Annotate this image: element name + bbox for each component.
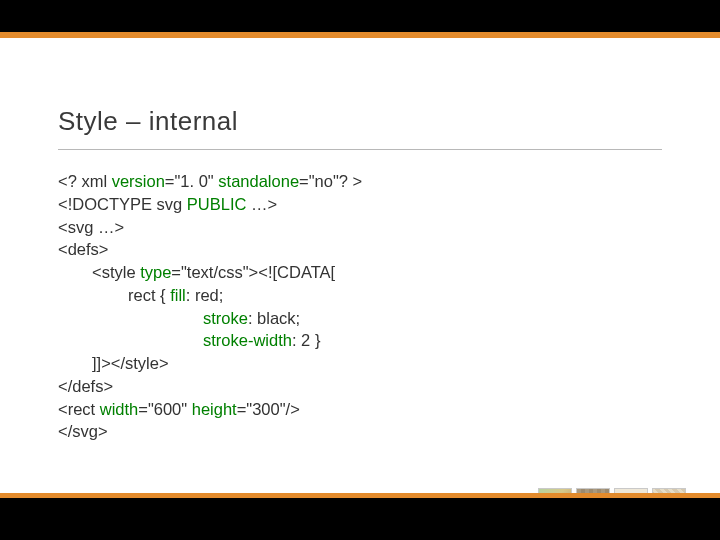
code-line: <defs>: [58, 238, 362, 261]
code-attr: type: [140, 263, 171, 281]
code-text: ="text/css"><![CDATA[: [171, 263, 335, 281]
code-attr: height: [192, 400, 237, 418]
code-line: stroke-width: 2 }: [58, 329, 362, 352]
code-block: <? xml version="1. 0" standalone="no"? >…: [58, 170, 362, 443]
code-line: <rect width="600" height="300"/>: [58, 398, 362, 421]
code-text: …>: [246, 195, 277, 213]
code-text: <? xml: [58, 172, 112, 190]
code-line: rect { fill: red;: [58, 284, 362, 307]
code-text: : 2 }: [292, 331, 320, 349]
code-prop: fill: [170, 286, 186, 304]
code-line: <svg …>: [58, 216, 362, 239]
code-attr: width: [100, 400, 139, 418]
code-text: <rect: [58, 400, 100, 418]
code-line: </defs>: [58, 375, 362, 398]
code-line: ]]></style>: [58, 352, 362, 375]
code-text: ="300"/>: [237, 400, 300, 418]
code-text: rect {: [128, 286, 170, 304]
code-text: <style: [92, 263, 140, 281]
code-keyword: PUBLIC: [187, 195, 247, 213]
code-text: ="600": [138, 400, 191, 418]
header-orange-bar: [0, 32, 720, 38]
code-text: ="no"? >: [299, 172, 362, 190]
title-underline: [58, 149, 662, 150]
code-line: <? xml version="1. 0" standalone="no"? >: [58, 170, 362, 193]
code-line: stroke: black;: [58, 307, 362, 330]
code-line: <style type="text/css"><![CDATA[: [58, 261, 362, 284]
footer-black-bar: [0, 498, 720, 540]
code-attr: standalone: [218, 172, 299, 190]
header-black-bar: [0, 0, 720, 32]
code-line: </svg>: [58, 420, 362, 443]
slide-title: Style – internal: [58, 106, 662, 137]
title-area: Style – internal: [58, 106, 662, 150]
code-text: : black;: [248, 309, 300, 327]
code-text: <!DOCTYPE svg: [58, 195, 187, 213]
code-prop: stroke-width: [203, 331, 292, 349]
code-text: ="1. 0": [165, 172, 218, 190]
code-attr: version: [112, 172, 165, 190]
code-text: : red;: [186, 286, 224, 304]
code-line: <!DOCTYPE svg PUBLIC …>: [58, 193, 362, 216]
code-prop: stroke: [203, 309, 248, 327]
